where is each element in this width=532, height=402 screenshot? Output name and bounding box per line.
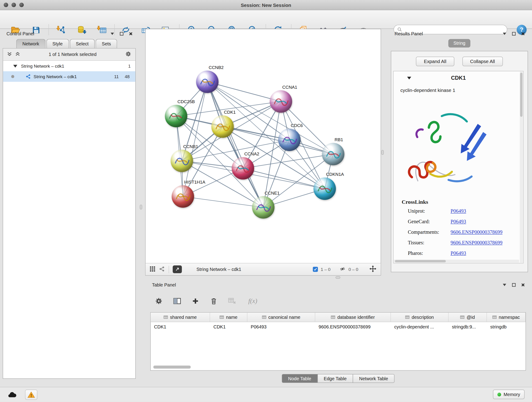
- network-node-CDK1[interactable]: [211, 115, 234, 138]
- view-network-button[interactable]: [159, 266, 165, 273]
- network-node-CCNA1[interactable]: [270, 90, 292, 113]
- network-collection-count: 1: [128, 64, 131, 69]
- column-header-id[interactable]: @id: [449, 313, 487, 322]
- view-grid-button[interactable]: [150, 266, 155, 273]
- tab-sets[interactable]: Sets: [96, 39, 117, 48]
- show-columns-button[interactable]: [172, 296, 182, 306]
- network-node-CCNB1[interactable]: [171, 150, 193, 172]
- network-list-box: 1 of 1 Network selected String Network –…: [3, 48, 136, 379]
- window-zoom-button[interactable]: [19, 3, 24, 7]
- cell-database-identifier[interactable]: 9606.ENSP00000378699: [315, 322, 391, 332]
- panel-close-button[interactable]: [520, 31, 526, 36]
- network-item-row[interactable]: String Network – cdk1 11 48: [3, 71, 135, 82]
- network-collection-row[interactable]: String Network – cdk1 1: [3, 61, 135, 71]
- cloud-status-button[interactable]: [6, 390, 18, 400]
- panel-float-button[interactable]: [511, 282, 517, 288]
- compartments-link[interactable]: 9606.ENSP00000378699: [451, 230, 502, 235]
- control-panel: Control Panel Network Style Select Sets …: [3, 30, 136, 379]
- network-node-label: CDK1: [224, 109, 235, 115]
- results-tab-string[interactable]: String: [448, 39, 471, 47]
- window-minimize-button[interactable]: [12, 3, 16, 7]
- network-node-label: CCNB2: [209, 65, 224, 70]
- protein-section-header[interactable]: CDK1: [394, 71, 523, 85]
- network-node-CCNA2[interactable]: [232, 157, 254, 180]
- create-column-button[interactable]: [190, 296, 201, 306]
- network-node-RB1[interactable]: [322, 143, 344, 165]
- table-options-button[interactable]: [154, 296, 164, 306]
- network-node-CDC25B[interactable]: [165, 105, 187, 128]
- selected-indicator-checkbox[interactable]: [313, 267, 318, 272]
- vertical-scrollbar[interactable]: [520, 71, 523, 263]
- panel-menu-button[interactable]: [501, 282, 508, 288]
- network-view[interactable]: CCNB2CCNA1CDC25BCDK1CDC6RB1CCNB1CCNA2CDK…: [145, 29, 381, 276]
- column-header-description[interactable]: description: [391, 313, 449, 322]
- expand-all-button[interactable]: Expand All: [416, 57, 454, 66]
- gear-icon: [155, 297, 163, 305]
- pan-mode-button[interactable]: [369, 265, 377, 274]
- network-options-button[interactable]: [125, 51, 131, 58]
- network-node-label: CDC25B: [177, 99, 195, 104]
- protein-description: cyclin-dependent kinase 1: [400, 88, 455, 93]
- memory-label: Memory: [504, 392, 520, 397]
- delete-column-button[interactable]: [209, 296, 219, 306]
- horizontal-scrollbar[interactable]: [394, 260, 519, 263]
- genecard-link[interactable]: P06493: [451, 219, 466, 225]
- disclosure-triangle-icon[interactable]: [13, 65, 17, 67]
- splitter-handle[interactable]: [140, 205, 142, 210]
- cell-canonical-name[interactable]: P06493: [247, 322, 315, 332]
- tab-network-table[interactable]: Network Table: [353, 374, 394, 383]
- network-node-HIST1H1A[interactable]: [172, 185, 194, 208]
- network-node-CDKN1A[interactable]: [313, 177, 336, 200]
- column-header-database-identifier[interactable]: database identifier: [315, 313, 391, 322]
- table-row[interactable]: CDK1 CDK1 P06493 9606.ENSP00000378699 cy…: [151, 322, 526, 332]
- network-node-label: CDC6: [291, 123, 303, 128]
- panel-close-button[interactable]: [520, 282, 526, 288]
- network-node-label: CCNE1: [265, 191, 279, 196]
- table-horizontal-scrollbar[interactable]: [152, 366, 254, 369]
- splitter-handle[interactable]: [381, 150, 384, 155]
- crosslink-row: GeneCard: P06493: [394, 219, 523, 228]
- window-close-button[interactable]: [4, 3, 8, 7]
- pharos-link[interactable]: P06493: [451, 250, 466, 256]
- cell-name[interactable]: CDK1: [210, 322, 247, 332]
- tab-node-table[interactable]: Node Table: [282, 374, 317, 383]
- panel-float-button[interactable]: [511, 31, 517, 36]
- network-node-CDC6[interactable]: [278, 128, 301, 151]
- memory-button[interactable]: Memory: [493, 390, 525, 399]
- network-node-count: 11: [114, 74, 119, 79]
- disclosure-triangle-icon[interactable]: [407, 77, 411, 80]
- panel-close-button[interactable]: [128, 31, 134, 36]
- column-header-shared-name[interactable]: shared name: [151, 313, 210, 322]
- cell-id[interactable]: stringdb:9...: [449, 322, 487, 332]
- cloud-icon: [7, 391, 17, 398]
- splitter-handle[interactable]: [336, 276, 341, 279]
- cell-description[interactable]: cyclin-dependent ...: [391, 322, 449, 332]
- uniprot-link[interactable]: P06493: [451, 208, 466, 214]
- network-node-CCNB2[interactable]: [196, 70, 219, 93]
- column-header-canonical-name[interactable]: canonical name: [247, 313, 315, 322]
- current-network-indicator: [11, 75, 14, 78]
- panel-float-button[interactable]: [119, 31, 125, 36]
- network-selection-row: 1 of 1 Network selected: [3, 49, 135, 61]
- warnings-button[interactable]: [25, 390, 37, 400]
- column-header-name[interactable]: name: [210, 313, 247, 322]
- detach-view-button[interactable]: [173, 265, 182, 273]
- close-icon: [521, 32, 525, 35]
- network-node-label: CDKN1A: [326, 172, 344, 177]
- collapse-all-button[interactable]: [7, 51, 12, 57]
- column-header-namespace[interactable]: namespac: [487, 313, 526, 322]
- panel-menu-button[interactable]: [109, 31, 115, 36]
- cell-shared-name[interactable]: CDK1: [151, 322, 210, 332]
- tissues-link[interactable]: 9606.ENSP00000378699: [451, 240, 502, 246]
- tab-style[interactable]: Style: [46, 39, 69, 48]
- tab-select[interactable]: Select: [70, 39, 95, 48]
- cell-namespace[interactable]: stringdb: [487, 322, 526, 332]
- tab-network[interactable]: Network: [16, 39, 45, 48]
- collapse-all-button[interactable]: Collapse All: [462, 57, 503, 66]
- menu-triangle-icon: [503, 32, 506, 35]
- tab-edge-table[interactable]: Edge Table: [317, 374, 353, 383]
- network-node-CCNE1[interactable]: [252, 196, 274, 219]
- expand-all-button[interactable]: [15, 51, 20, 57]
- panel-menu-button[interactable]: [501, 31, 508, 36]
- network-node-layer: CCNB2CCNA1CDC25BCDK1CDC6RB1CCNB1CCNA2CDK…: [146, 29, 380, 263]
